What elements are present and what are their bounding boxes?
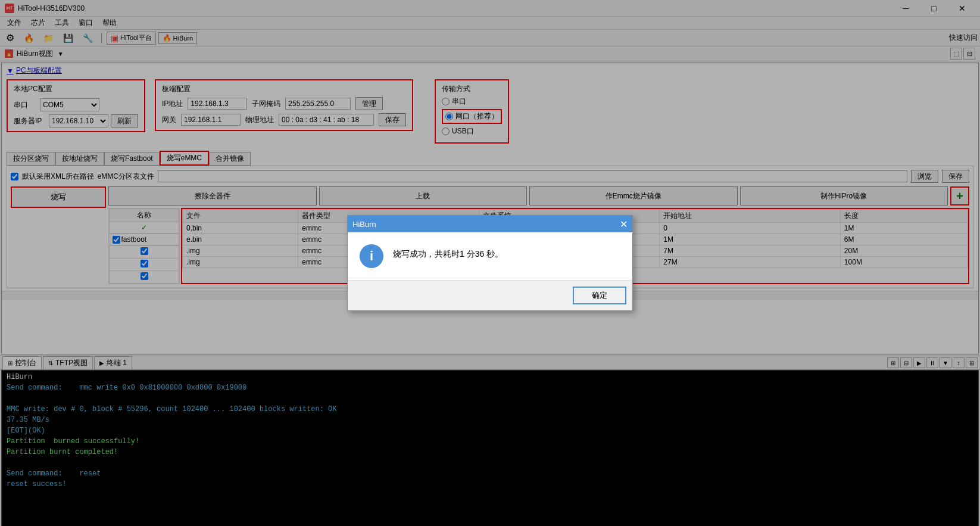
modal-dialog: HiBurn ✕ i 烧写成功，共耗时1 分36 秒。 确定: [347, 215, 633, 311]
modal-body: i 烧写成功，共耗时1 分36 秒。: [348, 232, 632, 280]
modal-title-text: HiBurn: [352, 220, 376, 229]
modal-info-icon: i: [360, 244, 383, 268]
modal-footer: 确定: [348, 280, 632, 310]
modal-title-bar: HiBurn ✕: [348, 216, 632, 232]
modal-ok-btn[interactable]: 确定: [573, 287, 626, 304]
modal-message: 烧写成功，共耗时1 分36 秒。: [393, 244, 503, 260]
modal-close-btn[interactable]: ✕: [620, 219, 628, 230]
modal-overlay: HiBurn ✕ i 烧写成功，共耗时1 分36 秒。 确定: [0, 0, 980, 526]
